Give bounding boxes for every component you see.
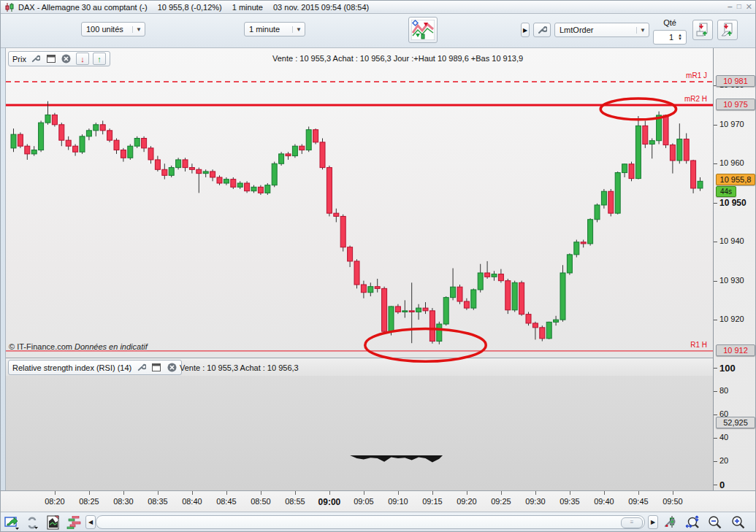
time-tick bbox=[192, 491, 193, 495]
rsi-tick-label: 40 bbox=[719, 433, 728, 442]
wrench-icon[interactable] bbox=[30, 53, 42, 64]
close-icon[interactable] bbox=[61, 53, 72, 64]
candle bbox=[292, 146, 297, 155]
candle bbox=[471, 290, 476, 308]
time-tick bbox=[467, 491, 467, 495]
level-price-label: 10 975 bbox=[716, 99, 755, 110]
order-book-icon[interactable] bbox=[65, 514, 83, 531]
level-name-label: mR2 H bbox=[663, 95, 707, 103]
order-settings-button[interactable] bbox=[533, 23, 551, 37]
countdown-label: 44s bbox=[716, 186, 736, 197]
time-axis[interactable]: 08:2008:2508:3008:3508:4008:4508:5008:55… bbox=[1, 490, 756, 512]
rsi-tick-label: 100 bbox=[719, 363, 736, 374]
time-tick bbox=[55, 491, 56, 495]
orders-transfer-icon bbox=[695, 23, 710, 37]
candle bbox=[320, 142, 325, 168]
candle bbox=[622, 164, 627, 173]
time-tick bbox=[261, 491, 261, 495]
collapsed-side-panel[interactable] bbox=[1, 48, 6, 490]
chart-scrollbar[interactable]: ≡ bbox=[96, 515, 645, 529]
zoom-in-icon[interactable] bbox=[730, 514, 747, 531]
close-icon[interactable] bbox=[166, 362, 177, 373]
magnet-mode-icon[interactable] bbox=[24, 514, 42, 531]
time-tick-label: 08:50 bbox=[245, 497, 277, 506]
candle bbox=[657, 115, 662, 141]
candle bbox=[608, 191, 614, 213]
positions-icon bbox=[720, 23, 735, 37]
candle bbox=[498, 274, 503, 281]
price-pane[interactable]: Prix ↓ ↑ Vente : 10 955,3 Achat : 10 956… bbox=[6, 48, 713, 358]
stepper-arrows[interactable]: ▲▼ bbox=[676, 34, 686, 41]
time-tick bbox=[673, 491, 673, 495]
window-controls: – □ ✕ bbox=[728, 1, 752, 12]
current-price-label: 10 955,8 bbox=[716, 174, 755, 185]
time-tick bbox=[638, 491, 639, 495]
arrow-down-icon[interactable]: ▼ bbox=[678, 37, 682, 41]
level-name-label: R1 H bbox=[663, 341, 707, 349]
screenshot-icon[interactable] bbox=[45, 514, 62, 531]
candle bbox=[389, 307, 394, 331]
title-datetime: 03 nov. 2015 09:54 (08:54) bbox=[273, 3, 369, 12]
candlestick-logo-icon bbox=[4, 1, 15, 12]
time-tick bbox=[432, 491, 433, 495]
detach-window-icon[interactable] bbox=[45, 53, 57, 64]
chart-region: Prix ↓ ↑ Vente : 10 955,3 Achat : 10 956… bbox=[1, 48, 756, 490]
rsi-tick bbox=[714, 391, 717, 392]
price-tick bbox=[714, 320, 717, 320]
zoom-fit-icon[interactable] bbox=[684, 514, 702, 531]
candle bbox=[649, 141, 654, 144]
level-price-label: 10 981 bbox=[716, 75, 755, 87]
detach-window-icon[interactable] bbox=[150, 362, 162, 373]
candle bbox=[540, 328, 545, 339]
candle bbox=[59, 125, 64, 140]
candle bbox=[478, 273, 483, 290]
time-tick bbox=[501, 491, 502, 495]
rsi-pane[interactable] bbox=[6, 376, 713, 490]
level-name-label: mR1 J bbox=[663, 72, 707, 80]
close-button[interactable]: ✕ bbox=[746, 1, 752, 12]
candle bbox=[485, 273, 490, 277]
open-chart-window-icon[interactable] bbox=[4, 514, 21, 531]
wrench-icon[interactable] bbox=[135, 362, 147, 373]
buy-arrow-icon[interactable]: ↑ bbox=[93, 53, 106, 65]
candle bbox=[142, 139, 147, 148]
price-axis[interactable]: 10 98010 97010 96010 95010 94010 93010 9… bbox=[713, 48, 756, 490]
candle bbox=[340, 216, 345, 247]
rsi-pane-header: Relative strength index (RSI) (14) Vente… bbox=[6, 358, 713, 376]
timeframe-dropdown[interactable]: 1 minute ▼ bbox=[244, 22, 305, 36]
candle bbox=[18, 134, 23, 146]
units-dropdown[interactable]: 100 unités ▼ bbox=[81, 22, 145, 36]
rsi-tick bbox=[714, 368, 717, 369]
candle bbox=[560, 273, 565, 320]
rsi-chart[interactable] bbox=[6, 376, 713, 490]
candle bbox=[443, 298, 448, 324]
candle bbox=[423, 308, 428, 311]
candle bbox=[25, 146, 30, 154]
units-dropdown-value: 100 unités bbox=[82, 25, 132, 34]
order-type-value: LmtOrder bbox=[555, 26, 636, 34]
collapse-panel-button[interactable]: ▶ bbox=[521, 23, 530, 37]
time-tick bbox=[226, 491, 227, 495]
candle bbox=[615, 173, 620, 214]
chart-settings-icon[interactable] bbox=[663, 514, 680, 531]
price-chart[interactable] bbox=[6, 48, 713, 358]
scrollbar-grip[interactable]: ≡ bbox=[621, 517, 643, 528]
minimize-button[interactable]: – bbox=[728, 1, 733, 12]
orders-transfer-button[interactable] bbox=[692, 20, 713, 40]
time-tick bbox=[398, 491, 399, 495]
time-tick bbox=[123, 491, 124, 495]
qty-stepper[interactable]: 1 ▲▼ bbox=[653, 30, 687, 45]
chart-style-button[interactable] bbox=[408, 17, 438, 43]
rsi-quote: Vente : 10 955,3 Achat : 10 956,3 bbox=[180, 363, 299, 372]
time-tick bbox=[604, 491, 605, 495]
maximize-button[interactable]: □ bbox=[737, 1, 741, 12]
candle bbox=[574, 242, 579, 255]
scroll-right-button[interactable]: ▶ bbox=[648, 515, 658, 529]
sell-arrow-icon[interactable]: ↓ bbox=[76, 53, 89, 65]
candle bbox=[134, 139, 140, 147]
time-tick bbox=[364, 491, 364, 495]
scroll-left-button[interactable]: ◀ bbox=[85, 515, 96, 529]
order-type-dropdown[interactable]: LmtOrder ▼ bbox=[554, 23, 649, 37]
zoom-out-icon[interactable] bbox=[706, 514, 724, 531]
positions-button[interactable] bbox=[717, 20, 738, 40]
